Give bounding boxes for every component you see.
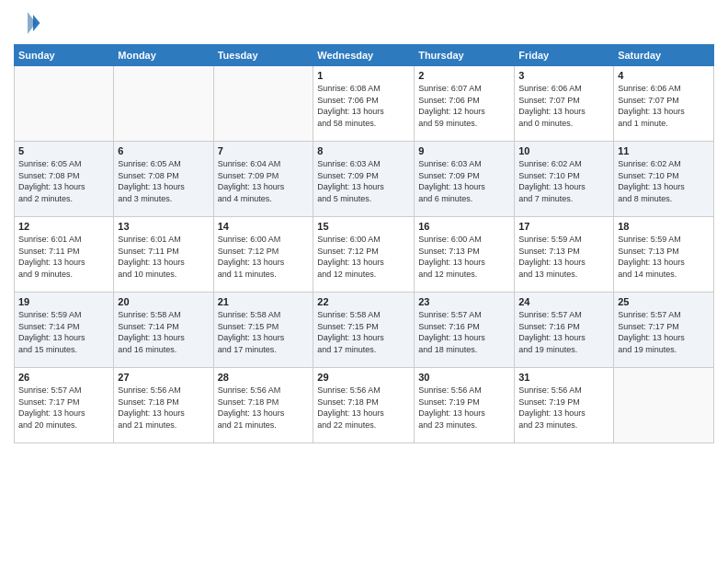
day-info: Sunrise: 5:59 AM Sunset: 7:13 PM Dayligh… — [518, 234, 609, 280]
day-info: Sunrise: 5:58 AM Sunset: 7:14 PM Dayligh… — [118, 309, 209, 355]
calendar-cell: 8Sunrise: 6:03 AM Sunset: 7:09 PM Daylig… — [313, 142, 415, 217]
calendar-cell: 16Sunrise: 6:00 AM Sunset: 7:13 PM Dayli… — [415, 217, 515, 293]
day-number: 5 — [18, 145, 109, 156]
day-info: Sunrise: 6:00 AM Sunset: 7:13 PM Dayligh… — [418, 234, 510, 280]
day-info: Sunrise: 6:03 AM Sunset: 7:09 PM Dayligh… — [317, 158, 410, 204]
day-number: 11 — [618, 145, 710, 156]
day-number: 28 — [218, 372, 310, 383]
day-info: Sunrise: 6:02 AM Sunset: 7:10 PM Dayligh… — [618, 158, 710, 204]
calendar-cell: 2Sunrise: 6:07 AM Sunset: 7:06 PM Daylig… — [415, 66, 515, 142]
calendar-cell: 26Sunrise: 5:57 AM Sunset: 7:17 PM Dayli… — [15, 368, 114, 443]
day-info: Sunrise: 6:01 AM Sunset: 7:11 PM Dayligh… — [118, 234, 209, 280]
day-number: 18 — [618, 221, 710, 232]
calendar-cell: 14Sunrise: 6:00 AM Sunset: 7:12 PM Dayli… — [213, 217, 313, 293]
day-number: 25 — [618, 296, 710, 307]
day-info: Sunrise: 6:06 AM Sunset: 7:07 PM Dayligh… — [518, 83, 609, 129]
calendar-cell: 17Sunrise: 5:59 AM Sunset: 7:13 PM Dayli… — [515, 217, 614, 293]
day-number: 26 — [18, 372, 109, 383]
day-info: Sunrise: 6:08 AM Sunset: 7:06 PM Dayligh… — [317, 83, 410, 129]
day-info: Sunrise: 5:56 AM Sunset: 7:18 PM Dayligh… — [218, 385, 310, 431]
day-info: Sunrise: 5:59 AM Sunset: 7:14 PM Dayligh… — [18, 309, 109, 355]
calendar-cell — [114, 66, 213, 142]
calendar-cell — [213, 66, 313, 142]
day-number: 24 — [518, 296, 609, 307]
day-number: 3 — [518, 70, 609, 81]
calendar-table: SundayMondayTuesdayWednesdayThursdayFrid… — [14, 44, 714, 443]
calendar-cell: 30Sunrise: 5:56 AM Sunset: 7:19 PM Dayli… — [415, 368, 515, 443]
day-info: Sunrise: 6:07 AM Sunset: 7:06 PM Dayligh… — [418, 83, 510, 129]
page-container: SundayMondayTuesdayWednesdayThursdayFrid… — [0, 0, 728, 563]
logo — [14, 9, 45, 37]
calendar-cell: 25Sunrise: 5:57 AM Sunset: 7:17 PM Dayli… — [614, 293, 714, 368]
day-info: Sunrise: 5:56 AM Sunset: 7:19 PM Dayligh… — [518, 385, 609, 431]
calendar-cell: 28Sunrise: 5:56 AM Sunset: 7:18 PM Dayli… — [213, 368, 313, 443]
calendar-cell: 13Sunrise: 6:01 AM Sunset: 7:11 PM Dayli… — [114, 217, 213, 293]
day-number: 12 — [18, 221, 109, 232]
weekday-header: Monday — [114, 45, 213, 66]
day-info: Sunrise: 6:00 AM Sunset: 7:12 PM Dayligh… — [317, 234, 410, 280]
day-info: Sunrise: 6:05 AM Sunset: 7:08 PM Dayligh… — [118, 158, 209, 204]
calendar-cell: 19Sunrise: 5:59 AM Sunset: 7:14 PM Dayli… — [15, 293, 114, 368]
day-number: 31 — [518, 372, 609, 383]
calendar-cell: 1Sunrise: 6:08 AM Sunset: 7:06 PM Daylig… — [313, 66, 415, 142]
weekday-header: Sunday — [15, 45, 114, 66]
weekday-header: Wednesday — [313, 45, 415, 66]
day-number: 15 — [317, 221, 410, 232]
calendar-cell: 27Sunrise: 5:56 AM Sunset: 7:18 PM Dayli… — [114, 368, 213, 443]
day-info: Sunrise: 6:04 AM Sunset: 7:09 PM Dayligh… — [218, 158, 310, 204]
day-number: 13 — [118, 221, 209, 232]
day-info: Sunrise: 5:56 AM Sunset: 7:18 PM Dayligh… — [317, 385, 410, 431]
calendar-cell: 12Sunrise: 6:01 AM Sunset: 7:11 PM Dayli… — [15, 217, 114, 293]
calendar-cell: 29Sunrise: 5:56 AM Sunset: 7:18 PM Dayli… — [313, 368, 415, 443]
calendar-cell: 22Sunrise: 5:58 AM Sunset: 7:15 PM Dayli… — [313, 293, 415, 368]
day-info: Sunrise: 5:57 AM Sunset: 7:17 PM Dayligh… — [618, 309, 710, 355]
day-number: 2 — [418, 70, 510, 81]
day-number: 14 — [218, 221, 310, 232]
day-number: 21 — [218, 296, 310, 307]
day-number: 22 — [317, 296, 410, 307]
weekday-header: Saturday — [614, 45, 714, 66]
day-number: 4 — [618, 70, 710, 81]
day-info: Sunrise: 5:57 AM Sunset: 7:17 PM Dayligh… — [18, 385, 109, 431]
calendar-cell: 15Sunrise: 6:00 AM Sunset: 7:12 PM Dayli… — [313, 217, 415, 293]
day-number: 16 — [418, 221, 510, 232]
calendar-header-row: SundayMondayTuesdayWednesdayThursdayFrid… — [15, 45, 714, 66]
calendar-cell — [614, 368, 714, 443]
day-info: Sunrise: 6:05 AM Sunset: 7:08 PM Dayligh… — [18, 158, 109, 204]
day-info: Sunrise: 5:59 AM Sunset: 7:13 PM Dayligh… — [618, 234, 710, 280]
calendar-cell: 4Sunrise: 6:06 AM Sunset: 7:07 PM Daylig… — [614, 66, 714, 142]
day-number: 23 — [418, 296, 510, 307]
calendar-cell: 7Sunrise: 6:04 AM Sunset: 7:09 PM Daylig… — [213, 142, 313, 217]
calendar-cell: 9Sunrise: 6:03 AM Sunset: 7:09 PM Daylig… — [415, 142, 515, 217]
calendar-cell: 10Sunrise: 6:02 AM Sunset: 7:10 PM Dayli… — [515, 142, 614, 217]
day-info: Sunrise: 6:01 AM Sunset: 7:11 PM Dayligh… — [18, 234, 109, 280]
day-info: Sunrise: 5:56 AM Sunset: 7:19 PM Dayligh… — [418, 385, 510, 431]
day-info: Sunrise: 6:02 AM Sunset: 7:10 PM Dayligh… — [518, 158, 609, 204]
calendar-cell: 21Sunrise: 5:58 AM Sunset: 7:15 PM Dayli… — [213, 293, 313, 368]
day-number: 8 — [317, 145, 410, 156]
calendar-cell: 31Sunrise: 5:56 AM Sunset: 7:19 PM Dayli… — [515, 368, 614, 443]
day-number: 10 — [518, 145, 609, 156]
day-number: 9 — [418, 145, 510, 156]
calendar-row: 1Sunrise: 6:08 AM Sunset: 7:06 PM Daylig… — [15, 66, 714, 142]
day-number: 1 — [317, 70, 410, 81]
weekday-header: Thursday — [415, 45, 515, 66]
calendar-cell: 18Sunrise: 5:59 AM Sunset: 7:13 PM Dayli… — [614, 217, 714, 293]
day-number: 6 — [118, 145, 209, 156]
day-number: 7 — [218, 145, 310, 156]
calendar-cell: 24Sunrise: 5:57 AM Sunset: 7:16 PM Dayli… — [515, 293, 614, 368]
day-info: Sunrise: 6:06 AM Sunset: 7:07 PM Dayligh… — [618, 83, 710, 129]
day-info: Sunrise: 6:00 AM Sunset: 7:12 PM Dayligh… — [218, 234, 310, 280]
calendar-row: 5Sunrise: 6:05 AM Sunset: 7:08 PM Daylig… — [15, 142, 714, 217]
calendar-cell: 23Sunrise: 5:57 AM Sunset: 7:16 PM Dayli… — [415, 293, 515, 368]
day-info: Sunrise: 5:57 AM Sunset: 7:16 PM Dayligh… — [518, 309, 609, 355]
day-info: Sunrise: 5:56 AM Sunset: 7:18 PM Dayligh… — [118, 385, 209, 431]
day-number: 17 — [518, 221, 609, 232]
day-number: 19 — [18, 296, 109, 307]
day-info: Sunrise: 5:58 AM Sunset: 7:15 PM Dayligh… — [317, 309, 410, 355]
day-info: Sunrise: 5:58 AM Sunset: 7:15 PM Dayligh… — [218, 309, 310, 355]
calendar-row: 12Sunrise: 6:01 AM Sunset: 7:11 PM Dayli… — [15, 217, 714, 293]
calendar-cell: 6Sunrise: 6:05 AM Sunset: 7:08 PM Daylig… — [114, 142, 213, 217]
day-number: 27 — [118, 372, 209, 383]
weekday-header: Tuesday — [213, 45, 313, 66]
